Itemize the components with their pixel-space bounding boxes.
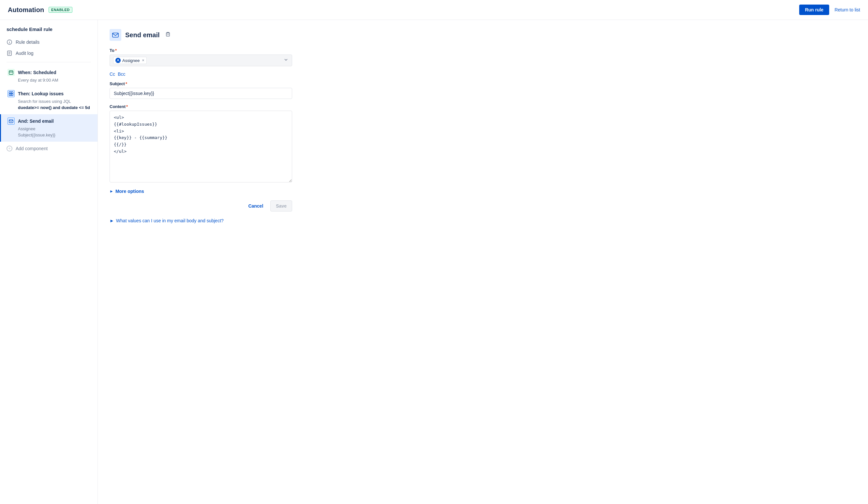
subject-input[interactable] [110, 88, 292, 99]
content-textarea[interactable]: <ul> {{#lookupIssues}} <li> {{key}} - {{… [110, 111, 292, 182]
content-label: Content * [110, 104, 856, 109]
send-email-icon [110, 29, 121, 41]
info-icon [7, 39, 12, 45]
help-label: What values can I use in my email body a… [116, 218, 224, 223]
add-component-dot-icon: + [7, 145, 12, 151]
panel-title: Send email [125, 31, 160, 39]
subject-required-star: * [125, 81, 127, 86]
step-then-icon [8, 90, 15, 97]
sidebar-item-label-rule-details: Rule details [16, 40, 40, 45]
save-button[interactable]: Save [270, 200, 292, 212]
panel-header: Send email [110, 29, 856, 41]
run-rule-button[interactable]: Run rule [799, 4, 829, 15]
form-actions: Cancel Save [110, 200, 292, 212]
help-link[interactable]: ► What values can I use in my email body… [110, 218, 856, 223]
more-options-chevron-icon: ► [110, 189, 113, 194]
svg-rect-11 [9, 92, 11, 94]
header-left: Automation ENABLED [8, 6, 72, 14]
svg-rect-17 [166, 33, 169, 36]
assignee-avatar-icon [115, 58, 121, 63]
to-required-star: * [115, 48, 117, 53]
cancel-button[interactable]: Cancel [244, 201, 267, 211]
sidebar-item-rule-details[interactable]: Rule details [0, 37, 97, 48]
step-then-header: Then: Lookup issues [8, 90, 91, 97]
assignee-tag: Assignee × [113, 57, 147, 64]
subject-field: Subject * [110, 81, 856, 99]
header: Automation ENABLED Run rule Return to li… [0, 0, 868, 20]
step-and-header: And: Send email [8, 118, 91, 125]
svg-rect-16 [113, 33, 118, 37]
subject-label: Subject * [110, 81, 856, 86]
sidebar-rule-title: schedule Email rule [0, 27, 97, 37]
step-when-desc: Every day at 9:00 AM [8, 77, 91, 83]
step-then-title: Then: Lookup issues [18, 91, 64, 96]
cc-link[interactable]: Cc [110, 71, 115, 77]
header-right: Run rule Return to list [799, 4, 860, 15]
more-options-toggle[interactable]: ► More options [110, 189, 856, 194]
content-field: Content * <ul> {{#lookupIssues}} <li> {{… [110, 104, 856, 183]
svg-point-20 [117, 59, 119, 61]
help-chevron-icon: ► [110, 218, 114, 223]
bcc-link[interactable]: Bcc [118, 71, 125, 77]
audit-log-icon [7, 50, 12, 56]
step-then-desc: Search for issues using JQL duedate>= no… [8, 98, 91, 111]
return-to-list-link[interactable]: Return to list [834, 7, 860, 12]
step-and-title: And: Send email [18, 119, 54, 124]
svg-rect-13 [9, 94, 11, 95]
add-component-label: Add component [16, 146, 48, 151]
delete-icon[interactable] [164, 30, 172, 40]
step-when-title: When: Scheduled [18, 70, 56, 75]
svg-rect-12 [11, 92, 13, 94]
svg-rect-14 [11, 94, 13, 95]
step-and-icon [8, 118, 15, 125]
step-when-header: When: Scheduled [8, 69, 91, 76]
sidebar: schedule Email rule Rule details [0, 20, 98, 504]
enabled-badge: ENABLED [49, 7, 72, 13]
sidebar-step-when[interactable]: When: Scheduled Every day at 9:00 AM [0, 65, 97, 87]
step-when-icon [8, 69, 15, 76]
sidebar-item-audit-log[interactable]: Audit log [0, 48, 97, 59]
main-layout: schedule Email rule Rule details [0, 20, 868, 504]
sidebar-item-label-audit-log: Audit log [16, 51, 33, 56]
sidebar-step-then[interactable]: Then: Lookup issues Search for issues us… [0, 87, 97, 114]
svg-rect-7 [9, 71, 13, 74]
svg-rect-1 [9, 42, 10, 43]
svg-rect-2 [9, 41, 10, 41]
to-field: To * Assignee × [110, 48, 856, 66]
assignee-label: Assignee [122, 58, 140, 63]
assignee-tag-close[interactable]: × [142, 58, 144, 63]
content-required-star: * [126, 104, 128, 109]
to-field-container[interactable]: Assignee × [110, 54, 292, 66]
sidebar-step-and[interactable]: And: Send email AssigneeSubject{{issue.k… [0, 114, 97, 142]
add-component-button[interactable]: + Add component [0, 142, 97, 155]
to-label: To * [110, 48, 856, 53]
more-options-label: More options [115, 189, 144, 194]
sidebar-divider [7, 62, 91, 62]
step-then-jql: duedate>= now() and duedate <= 5d [18, 105, 90, 110]
app-title: Automation [8, 6, 44, 14]
main-panel: Send email To * [98, 20, 868, 504]
step-and-desc: AssigneeSubject{{issue.key}} [8, 126, 91, 138]
cc-bcc-row: Cc Bcc [110, 71, 856, 77]
to-field-chevron-icon[interactable] [283, 57, 289, 64]
